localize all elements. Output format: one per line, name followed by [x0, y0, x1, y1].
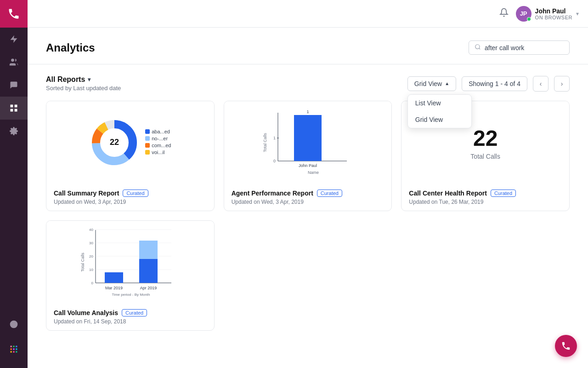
chat-icon	[9, 80, 18, 90]
svg-rect-10	[16, 346, 17, 347]
svg-text:Time period - By Month: Time period - By Month	[112, 293, 150, 297]
sidebar-item-apps[interactable]	[0, 338, 28, 361]
svg-text:10: 10	[89, 268, 93, 272]
svg-rect-2	[15, 105, 17, 108]
report-name: Call Center Health Report	[409, 190, 487, 197]
svg-rect-16	[16, 351, 17, 352]
reports-toolbar: All Reports ▾ Sorted by Last updated dat…	[46, 75, 570, 92]
content-area: Analytics All Reports ▾ Sorted by Last u…	[28, 28, 588, 368]
report-date: Updated on Wed, 3 Apr, 2019	[232, 199, 384, 205]
report-card-call-summary[interactable]: 22 aba...ed no-...er com...ed voi...il	[46, 101, 215, 211]
user-info: John Paul ON BROWSER	[535, 7, 572, 20]
help-icon	[9, 320, 18, 329]
svg-point-0	[11, 59, 14, 62]
report-info-volume: Call Volume Analysis Curated Updated on …	[46, 304, 214, 330]
search-icon	[475, 44, 481, 52]
main-area: JP John Paul ON BROWSER ▾ Analytics	[28, 0, 588, 368]
svg-rect-9	[13, 346, 14, 347]
svg-rect-31	[294, 115, 322, 161]
chart-area-donut: 22 aba...ed no-...er com...ed voi...il	[46, 101, 214, 184]
report-card-agent-performance[interactable]: Total Calls 0 1 1	[224, 101, 392, 211]
fab-call-button[interactable]	[555, 335, 577, 357]
curated-badge: Curated	[122, 309, 147, 316]
settings-icon	[9, 126, 18, 136]
bell-icon[interactable]	[499, 8, 509, 19]
search-box	[469, 40, 570, 55]
svg-text:0: 0	[91, 281, 94, 285]
donut-svg: 22	[89, 117, 140, 168]
svg-text:1: 1	[273, 136, 276, 140]
svg-text:0: 0	[273, 159, 276, 163]
sidebar-item-help[interactable]	[0, 313, 28, 336]
page-title: Analytics	[46, 41, 95, 54]
status-dot	[527, 17, 531, 21]
svg-text:Name: Name	[308, 170, 319, 175]
grid-apps-icon	[9, 345, 18, 354]
sidebar-item-settings[interactable]	[0, 120, 28, 143]
svg-rect-4	[11, 109, 13, 112]
analytics-header: Analytics	[28, 28, 588, 64]
donut-legend: aba...ed no-...er com...ed voi...il	[145, 129, 171, 156]
svg-rect-12	[13, 348, 14, 350]
next-page-button[interactable]: ›	[554, 76, 570, 92]
report-info-call-summary: Call Summary Report Curated Updated on W…	[46, 184, 214, 211]
svg-text:20: 20	[89, 254, 93, 259]
svg-text:Total Calls: Total Calls	[263, 133, 267, 152]
svg-rect-49	[139, 241, 158, 259]
sidebar-item-conversations[interactable]	[0, 74, 28, 97]
report-card-volume[interactable]: Total Calls 0 10 20 30 40	[46, 220, 215, 331]
prev-page-button[interactable]: ‹	[533, 76, 548, 92]
volume-bar-chart: Total Calls 0 10 20 30 40	[79, 225, 181, 299]
sidebar-item-contacts[interactable]	[0, 51, 28, 74]
svg-text:Apr 2019: Apr 2019	[140, 286, 157, 290]
list-view-option[interactable]: List View	[408, 95, 471, 111]
svg-rect-15	[13, 351, 14, 352]
chevron-down-icon: ▾	[88, 76, 90, 83]
report-date: Updated on Tue, 26 Mar, 2019	[409, 199, 562, 205]
svg-rect-1	[11, 105, 13, 108]
report-date: Updated on Fri, 14 Sep, 2018	[54, 318, 207, 325]
phone-icon	[7, 7, 20, 20]
big-number-label: Total Calls	[470, 153, 500, 160]
report-name: Call Volume Analysis	[54, 309, 118, 316]
agent-bar-chart: Total Calls 0 1 1	[262, 108, 354, 177]
svg-text:30: 30	[89, 241, 93, 245]
sidebar-item-analytics[interactable]	[0, 97, 28, 120]
user-status: ON BROWSER	[535, 15, 572, 20]
grid-view-option[interactable]: Grid View	[408, 111, 471, 128]
reports-section: All Reports ▾ Sorted by Last updated dat…	[28, 64, 588, 342]
report-info-agent: Agent Performance Report Curated Updated…	[224, 184, 392, 211]
svg-line-18	[479, 48, 481, 50]
report-grid: 22 aba...ed no-...er com...ed voi...il	[46, 101, 570, 331]
svg-text:22: 22	[110, 138, 119, 147]
users-icon	[9, 58, 18, 67]
view-dropdown: List View Grid View	[407, 94, 472, 128]
report-date: Updated on Wed, 3 Apr, 2019	[54, 199, 207, 205]
grid-view-button[interactable]: Grid View ▲	[407, 76, 456, 91]
big-number: 22	[473, 126, 498, 151]
svg-rect-14	[11, 351, 12, 352]
donut-chart: 22 aba...ed no-...er com...ed voi...il	[89, 117, 171, 168]
report-info-health: Call Center Health Report Curated Update…	[401, 184, 569, 211]
all-reports-button[interactable]: All Reports ▾	[46, 75, 90, 84]
logo-button[interactable]	[0, 0, 28, 28]
svg-text:Total Calls: Total Calls	[80, 253, 85, 272]
showing-label: Showing 1 - 4 of 4	[462, 76, 527, 91]
search-input[interactable]	[485, 44, 564, 52]
filter-controls: All Reports ▾ Sorted by Last updated dat…	[46, 75, 121, 92]
svg-rect-13	[16, 348, 17, 350]
svg-text:John Paul: John Paul	[299, 163, 317, 168]
sorted-label: Sorted by Last updated date	[46, 85, 121, 92]
user-menu[interactable]: JP John Paul ON BROWSER ▾	[516, 6, 579, 22]
chart-area-agent: Total Calls 0 1 1	[224, 101, 392, 184]
view-controls: Grid View ▲ List View Grid View Showing …	[407, 76, 570, 92]
fab-phone-icon	[561, 341, 571, 351]
svg-text:Mar 2019: Mar 2019	[105, 286, 123, 290]
avatar: JP	[516, 6, 531, 22]
svg-point-17	[475, 45, 480, 49]
sidebar-item-dashboard[interactable]	[0, 28, 28, 51]
lightning-icon	[9, 34, 18, 44]
chevron-up-icon: ▲	[445, 81, 449, 86]
sidebar	[0, 0, 28, 368]
svg-rect-48	[139, 259, 158, 283]
